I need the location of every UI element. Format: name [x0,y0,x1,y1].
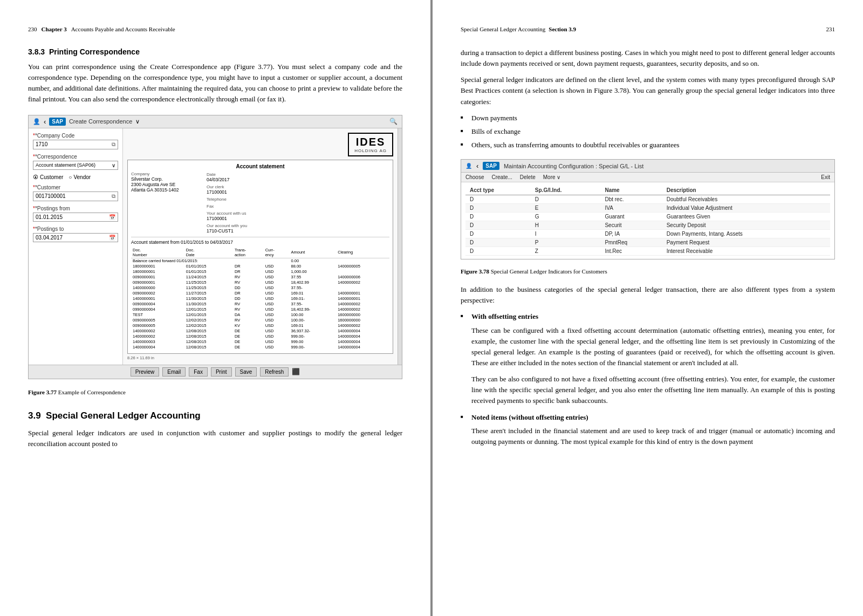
table-header-row: Acct typeSp.G/l.Ind.NameDescription [465,186,830,195]
correspondence-input[interactable]: Account statement (SAP06) ∨ [33,161,118,170]
doc-table-row: 099000000412/01/2015RVUSD18,402.99-14000… [131,307,389,312]
doc-table-cell: 1400000002 [336,323,389,328]
toolbar-choose[interactable]: Choose [465,174,484,180]
category-item: Down payments [461,113,835,124]
doc-table-cell: 1400000004 [131,345,184,350]
table-cell: Interest Receivable [662,247,830,256]
chapter-label: Chapter 3 [42,26,67,32]
doc-table-cell: USD [264,302,290,307]
doc-table-cell: 11/25/2015 [184,280,233,285]
doc-table-cell: 11/27/2015 [184,291,233,296]
doc-table-row: 009000000411/30/2015RVUSD37.55-140000000… [131,302,389,307]
acct-content-row: Company Silverstar Corp. 2300 Augusta Av… [131,172,389,234]
doc-table-cell: USD [264,334,290,339]
table-cell: PmntReq [600,238,662,247]
sap-main-content: **Company Code 1710 ⧉ **Correspondence A… [29,128,402,365]
doc-table-cell: USD [264,312,290,318]
toolbar-create[interactable]: Create... [491,174,512,180]
toolbar-delete[interactable]: Delete [520,174,536,180]
statement-text: Account statement from 01/01/2015 to 04/… [131,237,389,245]
col-currency: Curr-ency [264,247,290,258]
table-cell: D [531,195,601,204]
doc-table-cell: USD [264,291,290,296]
table-row: DPPmntReqPayment Request [465,238,830,247]
date-value: 04/03/2017 [207,177,389,182]
doc-table-cell: 0090000001 [131,280,184,285]
doc-table-row: 009000000111/24/2015RVUSD37.551400000006 [131,275,389,280]
account-val: 17100001 [207,216,389,221]
left-header-left: 230 Chapter 3 Accounts Payable and Accou… [28,26,175,32]
postings-to-field: **Postings to 03.04.2017 📅 [33,226,118,242]
col-amount: Amount [289,247,336,258]
doc-table-cell: USD [264,264,290,269]
doc-table-cell [336,269,389,275]
toolbar-more[interactable]: More ∨ [543,174,561,180]
calendar-icon: 📅 [109,214,115,220]
table-cell: Security Deposit [662,221,830,230]
sap-data-table: Acct typeSp.G/l.Ind.NameDescription DDDb… [465,186,830,256]
doc-table-cell: 0990000004 [131,307,184,312]
doc-table-cell: 1400000002 [131,334,184,339]
doc-table-row: 140000000011/25/2015DDUSD37.55- [131,285,389,291]
customer-radio[interactable]: ⦿ Customer [33,174,63,180]
refresh-button[interactable]: Refresh [260,367,289,377]
noted-items-para1: These aren't included in the financial s… [471,426,835,447]
save-button[interactable]: Save [235,367,257,377]
doc-table-row: 140000000111/30/2015DDUSD169.01-14000000… [131,296,389,302]
doc-table-row: 140000000212/08/2015DEUSD36,937.32-14000… [131,328,389,334]
doc-table-cell: USD [264,323,290,328]
doc-table-cell: DE [233,334,264,339]
doc-table-cell: 1400000005 [336,264,389,269]
postings-from-input[interactable]: 01.01.2015 📅 [33,213,118,222]
doc-table-cell: 1400000002 [336,302,389,307]
doc-table-cell: 36,937.32- [289,328,336,334]
external-link-icon[interactable]: ⬛ [292,368,300,375]
acct-left-col: Company Silverstar Corp. 2300 Augusta Av… [131,172,201,234]
table-cell: P [531,238,601,247]
our-clerk-label: Our clerk [207,184,224,189]
preview-button[interactable]: Preview [131,367,160,377]
fax-button[interactable]: Fax [189,367,208,377]
email-button[interactable]: Email [162,367,186,377]
table-header-cell: Name [600,186,662,195]
doc-table-cell: KV [233,323,264,328]
sap-screenshot-create-correspondence: 👤 ‹ SAP Create Correspondence ∨ 🔍 **Comp… [28,115,402,379]
doc-table-cell: 1600000000 [336,312,389,318]
doc-table-cell: 169.01 [289,323,336,328]
doc-table-cell: 100.00 [289,312,336,318]
right-header-section: Special General Ledger Accounting Sectio… [461,26,576,32]
sap-logo: SAP [49,118,66,126]
company-code-label: **Company Code [33,133,118,139]
right-para2: Special general ledger indicators are de… [461,74,835,107]
table-row: DDDbt rec.Doubtful Receivables [465,195,830,204]
doc-table-cell: DR [233,269,264,275]
doc-table-cell: 169.01- [289,296,336,302]
correspondence-label: **Correspondence [33,154,118,160]
scrollbar[interactable] [398,128,402,365]
toolbar-exit[interactable]: Exit [821,174,830,180]
vendor-radio[interactable]: ○ Vendor [69,174,91,180]
print-button[interactable]: Print [211,367,232,377]
company-code-input[interactable]: 1710 ⧉ [33,140,118,149]
person-icon-2: 👤 [465,163,472,169]
doc-table-cell: 88.00 [289,264,336,269]
section-39-title: Special General Ledger Accounting [46,410,201,421]
left-page-header: 230 Chapter 3 Accounts Payable and Accou… [28,26,402,32]
doc-table-row: 180000000101/01/2015DRUSD1,000.00 [131,269,389,275]
balance-amount: 0.00 [289,258,336,264]
customer-input[interactable]: 0017100001 ⧉ [33,191,118,201]
search-icon[interactable]: 🔍 [389,118,398,125]
our-account-val: 1710-CUST1 [207,228,389,234]
doc-table-cell: DR [233,291,264,296]
ides-sub-text: HOLDING AG [354,148,387,153]
table-row: DEIVAIndividual Value Adjustment [465,204,830,213]
radio-group: ⦿ Customer ○ Vendor [33,174,118,180]
doc-table-cell: TEST [131,312,184,318]
doc-table-cell: DE [233,328,264,334]
figure-377-caption: Figure 3.77 Example of Correspondence [28,389,402,395]
table-cell: D [465,230,531,238]
doc-table-cell: DE [233,345,264,350]
postings-to-input[interactable]: 03.04.2017 📅 [33,233,118,242]
section-39-heading: 3.9 Special General Ledger Accounting [28,410,402,421]
doc-table-cell: USD [264,275,290,280]
